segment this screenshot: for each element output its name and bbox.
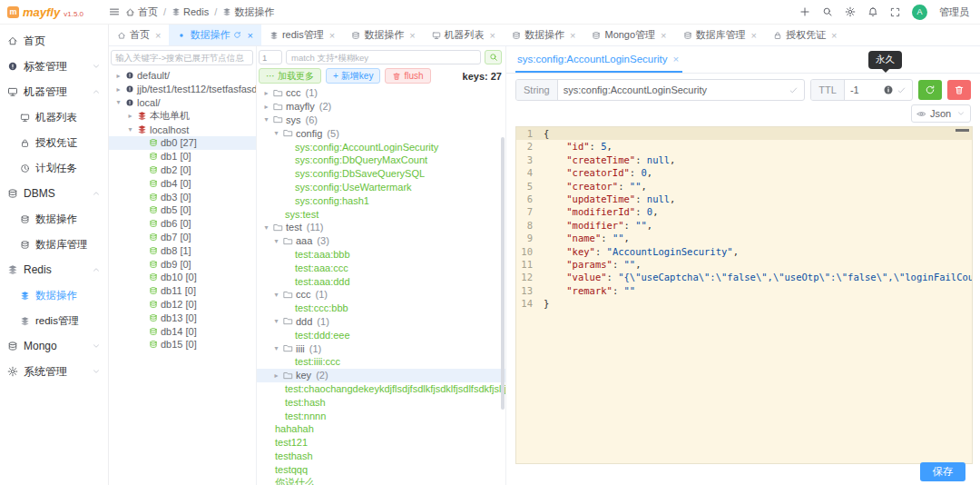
sidebar-item-机器管理[interactable]: 机器管理 bbox=[0, 79, 108, 104]
sidebar-item-数据操作[interactable]: 数据操作 bbox=[0, 206, 108, 232]
tree-node-db3 [0][interactable]: db3 [0] bbox=[109, 190, 256, 203]
tab-数据操作[interactable]: 数据操作× bbox=[504, 25, 583, 45]
caret-down-icon[interactable]: ▾ bbox=[272, 317, 280, 325]
sidebar-item-机器列表[interactable]: 机器列表 bbox=[0, 104, 108, 130]
tab-redis管理[interactable]: redis管理× bbox=[261, 25, 343, 45]
editor-line[interactable]: 10 "key": "AccountLoginSecurity", bbox=[516, 245, 972, 258]
tree-node-本地单机[interactable]: ▸本地单机 bbox=[109, 109, 256, 123]
breadcrumb-home[interactable]: 首页 bbox=[125, 5, 158, 19]
menu-toggle-icon[interactable] bbox=[109, 6, 120, 17]
save-button[interactable]: 保存 bbox=[920, 462, 965, 481]
search-icon[interactable] bbox=[822, 6, 833, 17]
tree-node-db0 [27][interactable]: db0 [27] bbox=[109, 136, 256, 150]
editor-line[interactable]: 12 "value": "{\"useCaptcha\":\"false\",\… bbox=[516, 271, 972, 283]
tree-node-aaa[interactable]: ▾aaa(3) bbox=[257, 234, 505, 248]
sidebar-item-标签管理[interactable]: 标签管理 bbox=[0, 54, 108, 79]
caret-right-icon[interactable]: ▸ bbox=[114, 72, 122, 80]
close-icon[interactable]: × bbox=[329, 30, 335, 41]
editor-line[interactable]: 4 "creatorId": 0, bbox=[516, 166, 972, 179]
tree-node-db12 [0][interactable]: db12 [0] bbox=[109, 298, 256, 312]
tree-node-config[interactable]: ▾config(5) bbox=[257, 126, 505, 140]
tab-数据库管理[interactable]: 数据库管理× bbox=[675, 25, 765, 45]
key-item-test:aaa:ddd[interactable]: test:aaa:ddd bbox=[257, 274, 505, 288]
caret-right-icon[interactable]: ▸ bbox=[272, 371, 280, 380]
tree-node-db15 [0][interactable]: db15 [0] bbox=[109, 338, 256, 351]
key-item-sys:config:DbSaveQuerySQ[interactable]: sys:config:DbSaveQuerySQL bbox=[257, 167, 505, 181]
refresh-key-button[interactable] bbox=[918, 80, 942, 100]
sidebar-item-首页[interactable]: 首页 bbox=[0, 28, 108, 54]
key-item-testhash[interactable]: testhash bbox=[257, 450, 505, 463]
notification-bell-icon[interactable] bbox=[867, 6, 878, 17]
tree-node-db2 [0][interactable]: db2 [0] bbox=[109, 163, 256, 177]
editor-line[interactable]: 8 "modifier": "", bbox=[516, 219, 972, 232]
tree-node-localhost[interactable]: ▾localhost bbox=[109, 123, 256, 136]
editor-line[interactable]: 7 "modifierId": 0, bbox=[516, 205, 972, 218]
tab-Mongo管理[interactable]: Mongo管理× bbox=[583, 25, 674, 45]
tree-node-key[interactable]: ▸key(2) bbox=[257, 369, 505, 382]
scan-count-input[interactable] bbox=[259, 50, 282, 64]
key-item-test:chaochangdekeykdjfl[interactable]: test:chaochangdekeykdjflsdjfsdlkfjsdklfj… bbox=[257, 382, 505, 396]
key-search-button[interactable] bbox=[485, 50, 502, 64]
key-item-hahahah[interactable]: hahahah bbox=[257, 422, 505, 436]
caret-right-icon[interactable]: ▸ bbox=[262, 89, 270, 97]
key-item-sys:config:DbQueryMaxCou[interactable]: sys:config:DbQueryMaxCount bbox=[257, 153, 505, 167]
tab-数据操作[interactable]: 数据操作× bbox=[343, 25, 423, 45]
tab-数据操作[interactable]: 数据操作× bbox=[169, 25, 260, 45]
sidebar-item-数据库管理[interactable]: 数据库管理 bbox=[0, 232, 108, 257]
key-match-input[interactable] bbox=[286, 50, 481, 64]
tab-授权凭证[interactable]: 授权凭证× bbox=[765, 25, 845, 45]
caret-down-icon[interactable]: ▾ bbox=[126, 125, 134, 134]
key-item-test:hash[interactable]: test:hash bbox=[257, 395, 505, 409]
tree-node-db5 [0][interactable]: db5 [0] bbox=[109, 203, 256, 217]
fullscreen-icon[interactable] bbox=[890, 7, 900, 17]
delete-key-button[interactable] bbox=[947, 80, 971, 100]
tab-首页[interactable]: 首页× bbox=[109, 25, 169, 45]
editor-line[interactable]: 6 "updateTime": null, bbox=[516, 193, 972, 205]
key-item-sys:config:UseWartermark[interactable]: sys:config:UseWartermark bbox=[257, 181, 505, 194]
key-item-你说什么[interactable]: 你说什么 bbox=[257, 476, 505, 485]
tree-node-jjb/test1/test112/tsetfa[interactable]: ▸jjb/test1/test112/tsetfasfasdfas/ bbox=[109, 83, 256, 96]
editor-line[interactable]: 13 "remark": "" bbox=[516, 284, 972, 297]
tree-node-db1 [0][interactable]: db1 [0] bbox=[109, 150, 256, 163]
sidebar-item-Redis[interactable]: Redis bbox=[0, 257, 108, 282]
close-icon[interactable]: × bbox=[409, 30, 415, 41]
caret-down-icon[interactable]: ▾ bbox=[272, 129, 280, 137]
tree-node-db8 [1][interactable]: db8 [1] bbox=[109, 243, 256, 257]
key-item-test:iiii:ccc[interactable]: test:iiii:ccc bbox=[257, 355, 505, 369]
info-icon[interactable] bbox=[883, 84, 894, 95]
username[interactable]: 管理员 bbox=[939, 5, 969, 19]
tree-node-db7 [0][interactable]: db7 [0] bbox=[109, 231, 256, 244]
editor-line[interactable]: 5 "creator": "", bbox=[516, 180, 972, 193]
add-key-button[interactable]: +新增key bbox=[326, 68, 380, 84]
editor-line[interactable]: 14} bbox=[516, 297, 972, 310]
confirm-check-icon[interactable] bbox=[789, 85, 799, 95]
tree-node-sys[interactable]: ▾sys(6) bbox=[257, 114, 505, 127]
sidebar-item-授权凭证[interactable]: 授权凭证 bbox=[0, 130, 108, 155]
sidebar-item-redis管理[interactable]: redis管理 bbox=[0, 308, 108, 333]
tree-node-db9 [0][interactable]: db9 [0] bbox=[109, 257, 256, 271]
key-item-test121[interactable]: test121 bbox=[257, 436, 505, 450]
key-item-testqqq[interactable]: testqqq bbox=[257, 462, 505, 476]
key-tab[interactable]: sys:config:AccountLoginSecurity × bbox=[515, 54, 682, 73]
sidebar-item-DBMS[interactable]: DBMS bbox=[0, 181, 108, 206]
key-item-test:aaa:bbb[interactable]: test:aaa:bbb bbox=[257, 248, 505, 262]
caret-down-icon[interactable]: ▾ bbox=[272, 344, 280, 352]
key-item-test:aaa:ccc[interactable]: test:aaa:ccc bbox=[257, 261, 505, 274]
close-icon[interactable]: × bbox=[673, 54, 680, 64]
editor-line[interactable]: 3 "createTime": null, bbox=[516, 153, 972, 166]
tree-node-iiii[interactable]: ▾iiii(1) bbox=[257, 341, 505, 355]
close-icon[interactable]: × bbox=[247, 30, 252, 41]
refresh-icon[interactable] bbox=[233, 31, 241, 39]
caret-down-icon[interactable]: ▾ bbox=[262, 223, 270, 232]
sidebar-item-数据操作[interactable]: 数据操作 bbox=[0, 282, 108, 308]
key-item-sys:config:AccountLoginS[interactable]: sys:config:AccountLoginSecurity bbox=[257, 140, 505, 153]
settings-gear-icon[interactable] bbox=[845, 6, 856, 17]
value-code-editor[interactable]: 1{2 "id": 5,3 "createTime": null,4 "crea… bbox=[515, 126, 973, 464]
caret-right-icon[interactable]: ▸ bbox=[262, 103, 270, 111]
tree-node-db13 [0][interactable]: db13 [0] bbox=[109, 311, 256, 324]
flush-button[interactable]: flush bbox=[385, 68, 430, 84]
key-name-input[interactable] bbox=[558, 84, 789, 95]
tree-node-db10 [0][interactable]: db10 [0] bbox=[109, 271, 256, 284]
caret-right-icon[interactable]: ▸ bbox=[114, 85, 122, 94]
sidebar-item-Mongo[interactable]: Mongo bbox=[0, 333, 108, 359]
